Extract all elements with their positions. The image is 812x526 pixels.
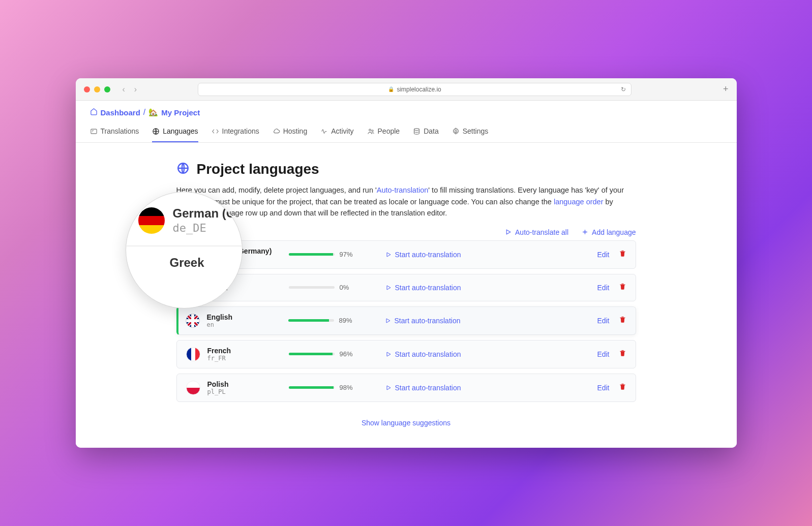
auto-translation-link[interactable]: Auto-translation bbox=[377, 186, 429, 194]
start-auto-translation-button[interactable]: Start auto-translation bbox=[385, 251, 461, 259]
svg-point-3 bbox=[372, 130, 373, 131]
flag-icon bbox=[186, 381, 200, 395]
url-bar[interactable]: 🔒 simplelocalize.io ↻ bbox=[198, 83, 631, 96]
browser-window: ‹ › 🔒 simplelocalize.io ↻ + Dashboard / … bbox=[76, 78, 737, 447]
flag-icon bbox=[186, 314, 200, 328]
url-host: simplelocalize.io bbox=[397, 86, 441, 93]
progress-bar bbox=[288, 319, 334, 322]
start-auto-translation-button[interactable]: Start auto-translation bbox=[385, 317, 461, 325]
activity-icon bbox=[320, 128, 328, 135]
language-name: Polish bbox=[207, 380, 289, 388]
language-code: pl_PL bbox=[207, 388, 289, 395]
nav-forward-button[interactable]: › bbox=[134, 85, 137, 94]
globe-icon bbox=[176, 162, 190, 177]
trash-icon bbox=[619, 316, 626, 323]
language-row[interactable]: Polish pl_PL 98% Start auto-translation … bbox=[176, 374, 636, 402]
trash-icon bbox=[619, 283, 626, 290]
home-icon bbox=[90, 108, 98, 117]
show-suggestions-link[interactable]: Show language suggestions bbox=[362, 419, 450, 427]
tab-settings[interactable]: Settings bbox=[452, 122, 489, 142]
translations-icon bbox=[90, 128, 98, 135]
play-icon bbox=[385, 351, 392, 357]
delete-button[interactable] bbox=[619, 349, 626, 359]
breadcrumb-project[interactable]: My Project bbox=[161, 108, 200, 117]
breadcrumb-dashboard[interactable]: Dashboard bbox=[101, 108, 140, 117]
edit-button[interactable]: Edit bbox=[597, 384, 609, 392]
language-row[interactable]: German (Germany) de_DE 97% Start auto-tr… bbox=[176, 240, 636, 269]
magnifier-lens: German (Ge de_DE Greek bbox=[126, 192, 243, 308]
language-row[interactable]: French fr_FR 96% Start auto-translation … bbox=[176, 340, 636, 368]
flag-icon bbox=[186, 347, 200, 361]
progress-percent: 98% bbox=[340, 384, 353, 391]
language-row[interactable]: Greek 0% Start auto-translation Edit bbox=[176, 274, 636, 301]
start-auto-translation-button[interactable]: Start auto-translation bbox=[385, 350, 461, 358]
delete-button[interactable] bbox=[619, 250, 626, 259]
globe-icon bbox=[152, 128, 160, 135]
maximize-window-button[interactable] bbox=[104, 86, 110, 92]
code-icon bbox=[212, 128, 219, 135]
tab-hosting[interactable]: Hosting bbox=[273, 122, 307, 142]
language-name: French bbox=[207, 347, 289, 355]
add-language-button[interactable]: Add language bbox=[582, 228, 636, 236]
svg-rect-0 bbox=[91, 129, 96, 134]
delete-button[interactable] bbox=[619, 316, 626, 325]
play-icon bbox=[505, 229, 512, 235]
edit-button[interactable]: Edit bbox=[597, 350, 609, 358]
page-title: Project languages bbox=[197, 161, 319, 177]
progress-bar bbox=[289, 286, 335, 289]
svg-point-2 bbox=[369, 129, 371, 131]
progress-percent: 97% bbox=[340, 251, 353, 258]
close-window-button[interactable] bbox=[84, 86, 90, 92]
play-icon bbox=[385, 252, 392, 258]
people-icon bbox=[367, 128, 375, 135]
start-auto-translation-button[interactable]: Start auto-translation bbox=[385, 284, 461, 292]
trash-icon bbox=[619, 250, 626, 257]
minimize-window-button[interactable] bbox=[94, 86, 100, 92]
magnifier-lang-code: de_DE bbox=[173, 222, 243, 234]
edit-button[interactable]: Edit bbox=[597, 284, 609, 292]
auto-translate-all-button[interactable]: Auto-translate all bbox=[505, 228, 568, 236]
reload-icon[interactable]: ↻ bbox=[621, 86, 626, 93]
tab-translations[interactable]: Translations bbox=[90, 122, 139, 142]
gear-icon bbox=[452, 128, 460, 135]
breadcrumb-sep: / bbox=[143, 108, 145, 117]
page-description: Here you can add, modify, delete project… bbox=[176, 184, 636, 219]
delete-button[interactable] bbox=[619, 283, 626, 292]
svg-point-5 bbox=[455, 130, 457, 132]
plus-icon bbox=[582, 229, 588, 235]
edit-button[interactable]: Edit bbox=[597, 317, 609, 325]
start-auto-translation-button[interactable]: Start auto-translation bbox=[385, 384, 461, 392]
tab-people[interactable]: People bbox=[367, 122, 400, 142]
progress-percent: 89% bbox=[339, 317, 352, 324]
language-order-link[interactable]: language order bbox=[554, 198, 604, 206]
language-code: fr_FR bbox=[207, 355, 289, 362]
language-row[interactable]: English en 89% Start auto-translation Ed… bbox=[176, 306, 636, 335]
traffic-lights bbox=[84, 86, 110, 92]
language-code: en bbox=[207, 321, 288, 328]
tabs: Translations Languages Integrations Host… bbox=[76, 122, 737, 143]
trash-icon bbox=[619, 383, 626, 390]
tab-integrations[interactable]: Integrations bbox=[212, 122, 259, 142]
breadcrumb: Dashboard / 🏡 My Project bbox=[76, 101, 737, 122]
project-emoji: 🏡 bbox=[148, 108, 158, 117]
progress-percent: 96% bbox=[340, 350, 353, 358]
delete-button[interactable] bbox=[619, 383, 626, 392]
progress-percent: 0% bbox=[340, 284, 349, 291]
magnifier-below-name: Greek bbox=[170, 256, 242, 270]
new-tab-button[interactable]: + bbox=[723, 84, 729, 95]
nav-back-button[interactable]: ‹ bbox=[123, 85, 125, 94]
edit-button[interactable]: Edit bbox=[597, 251, 609, 259]
trash-icon bbox=[619, 349, 626, 357]
play-icon bbox=[385, 385, 392, 391]
tab-activity[interactable]: Activity bbox=[320, 122, 353, 142]
svg-point-4 bbox=[414, 129, 419, 131]
language-list: German (Germany) de_DE 97% Start auto-tr… bbox=[176, 240, 636, 402]
flag-de-icon bbox=[138, 207, 165, 234]
lock-icon: 🔒 bbox=[388, 86, 394, 92]
language-name: English bbox=[207, 313, 288, 321]
tab-data[interactable]: Data bbox=[413, 122, 439, 142]
browser-toolbar: ‹ › 🔒 simplelocalize.io ↻ + bbox=[76, 78, 737, 101]
tab-languages[interactable]: Languages bbox=[152, 122, 198, 142]
play-icon bbox=[385, 285, 392, 291]
progress-bar bbox=[289, 253, 335, 256]
